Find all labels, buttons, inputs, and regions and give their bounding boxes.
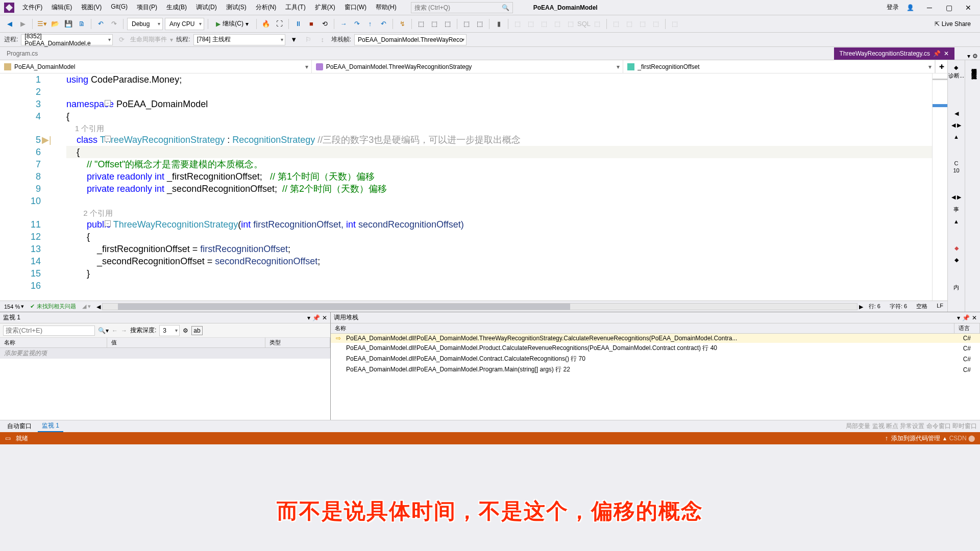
menu-view[interactable]: 视图(V)	[77, 1, 106, 14]
panel-close-icon[interactable]: ✕	[322, 314, 327, 321]
watch-placeholder-row[interactable]: 添加要监视的项	[0, 348, 330, 359]
step-back-icon[interactable]: ↶	[378, 18, 389, 30]
step-into-icon[interactable]: →	[338, 18, 349, 30]
stack-row[interactable]: PoEAA_DomainModel.dll!PoEAA_DomainModel.…	[331, 343, 980, 354]
nav-down-icon[interactable]: ▲	[953, 134, 959, 140]
depth-combo[interactable]: 3	[159, 325, 180, 336]
stack-col-lang[interactable]: 语言	[954, 323, 980, 333]
line-ending[interactable]: LF	[937, 303, 943, 310]
menu-git[interactable]: Git(G)	[107, 1, 132, 14]
menu-debug[interactable]: 调试(D)	[192, 1, 221, 14]
ext9-icon[interactable]: ⬚	[624, 18, 635, 30]
forward-icon[interactable]: ▶	[17, 18, 29, 30]
fold-icon[interactable]: −	[105, 220, 111, 227]
user-icon[interactable]: 👤	[906, 4, 914, 11]
stack-row[interactable]: ⇨ PoEAA_DomainModel.dll!PoEAA_DomainMode…	[331, 334, 980, 343]
undo-icon[interactable]: ↶	[95, 18, 106, 30]
hotreload-icon[interactable]: 🔥	[260, 18, 272, 30]
ext4-icon[interactable]: ⬚	[552, 18, 563, 30]
ext1-icon[interactable]: ⬚	[512, 18, 523, 30]
diagnostics-tab[interactable]: ◆诊断...	[948, 64, 964, 80]
nav-right-icon[interactable]: ◀ ▶	[951, 122, 961, 129]
panel-dropdown-icon[interactable]: ▾	[307, 314, 310, 321]
stop-icon[interactable]: ■	[306, 18, 317, 30]
config-combo[interactable]: Debug	[127, 18, 163, 30]
tab-autos[interactable]: 自动窗口	[3, 421, 36, 432]
h-scrollbar[interactable]: ◀▶	[102, 303, 857, 310]
nav2-icon[interactable]: ◀ ▶	[951, 194, 961, 201]
ext10-icon[interactable]: ⬚	[637, 18, 648, 30]
fold-icon[interactable]: −	[105, 136, 111, 142]
comment-icon[interactable]: ⬚	[429, 18, 440, 30]
step-over-icon[interactable]: ↷	[351, 18, 362, 30]
step-out-icon[interactable]: ↑	[364, 18, 376, 30]
new-icon[interactable]: ☰▾	[36, 18, 47, 30]
toggle2-icon[interactable]: ab	[191, 326, 202, 335]
fold-icon[interactable]: −	[105, 100, 111, 106]
save-icon[interactable]: 💾	[63, 18, 74, 30]
stack-row[interactable]: PoEAA_DomainModel.dll!PoEAA_DomainModel.…	[331, 364, 980, 375]
watch-col-name[interactable]: 名称	[0, 338, 107, 347]
restart-icon[interactable]: ⟲	[319, 18, 330, 30]
panel-dropdown-icon[interactable]: ▾	[957, 314, 960, 321]
nav-scope[interactable]: PoEAA_DomainModel	[0, 60, 312, 73]
lifecycle-icon[interactable]: ⟳	[116, 34, 127, 45]
watch-col-type[interactable]: 类型	[265, 338, 330, 347]
tabs-gear-icon[interactable]: ⚙	[972, 53, 978, 60]
tab-threeway[interactable]: ThreeWayRecognitionStrategy.cs 📌 ✕	[834, 47, 954, 60]
menu-file[interactable]: 文件(F)	[18, 1, 46, 14]
callstack-body[interactable]: ⇨ PoEAA_DomainModel.dll!PoEAA_DomainMode…	[331, 334, 980, 420]
mem-label[interactable]: 内	[953, 284, 959, 291]
nav-left-icon[interactable]: ◀	[954, 110, 959, 117]
screenshot-icon[interactable]: ⛶	[274, 18, 285, 30]
login-button[interactable]: 登录	[887, 3, 899, 12]
toggle-icon[interactable]: ↕	[317, 34, 328, 45]
flag-icon[interactable]: ⚐	[303, 34, 314, 45]
uncomment-icon[interactable]: ⬚	[442, 18, 453, 30]
platform-combo[interactable]: Any CPU	[165, 18, 204, 30]
scrollbar-overview[interactable]	[932, 73, 947, 300]
minimize-button[interactable]: ─	[922, 3, 937, 13]
ext11-icon[interactable]: ⬚	[650, 18, 662, 30]
menu-tools[interactable]: 工具(T)	[281, 1, 309, 14]
run-to-icon[interactable]: ↯	[397, 18, 408, 30]
menu-window[interactable]: 窗口(W)	[340, 1, 371, 14]
ext8-icon[interactable]: ⬚	[610, 18, 622, 30]
stack-row[interactable]: PoEAA_DomainModel.dll!PoEAA_DomainModel.…	[331, 354, 980, 364]
close-button[interactable]: ✕	[961, 3, 976, 13]
indent-mode[interactable]: 空格	[916, 303, 927, 310]
ext5-icon[interactable]: ⬚	[565, 18, 576, 30]
live-share-button[interactable]: ⇱ Live Share	[929, 20, 976, 28]
menu-help[interactable]: 帮助(H)	[372, 1, 401, 14]
zoom-combo[interactable]: 154 % ▾	[4, 303, 24, 310]
search2-icon[interactable]: 🔍▾	[98, 327, 109, 334]
process-combo[interactable]: [8352] PoEAA_DomainModel.e	[21, 34, 113, 45]
filter2-icon[interactable]: ⚙	[183, 327, 188, 334]
menu-edit[interactable]: 编辑(E)	[47, 1, 76, 14]
ext12-icon[interactable]: ⬚	[669, 18, 680, 30]
search-input[interactable]	[414, 4, 509, 11]
stackframe-combo[interactable]: PoEAA_DomainModel.ThreeWayReco	[354, 34, 467, 45]
code-editor[interactable]: 1 2 3 4 5 6 7 8 9 10 11 12 13 14 15 16 −	[0, 73, 947, 300]
nav-class[interactable]: PoEAA_DomainModel.ThreeWayRecognitionStr…	[312, 60, 624, 73]
redo-icon[interactable]: ↷	[108, 18, 119, 30]
ext6-icon[interactable]: SQL	[578, 18, 590, 30]
watch-col-value[interactable]: 值	[107, 338, 265, 347]
filter-icon[interactable]: ▼	[288, 34, 300, 45]
code-content[interactable]: − − − using CodeParadise.Money; namespac…	[51, 73, 932, 300]
nav-back-icon[interactable]: ←	[112, 327, 118, 334]
close-tab-icon[interactable]: ✕	[944, 50, 949, 57]
continue-button[interactable]: ▶ 继续(C) ▾	[212, 18, 253, 30]
menu-test[interactable]: 测试(S)	[222, 1, 251, 14]
outdent-icon[interactable]: ⬚	[474, 18, 485, 30]
maximize-button[interactable]: ▢	[941, 3, 957, 13]
events-label[interactable]: 事	[953, 206, 959, 213]
open-icon[interactable]: 📂	[50, 18, 61, 30]
bookmark-icon[interactable]: ▮	[493, 18, 504, 30]
menu-project[interactable]: 项目(P)	[133, 1, 161, 14]
watch-body[interactable]: 添加要监视的项	[0, 348, 330, 420]
menu-build[interactable]: 生成(B)	[162, 1, 191, 14]
stack-col-name[interactable]: 名称	[331, 323, 954, 333]
panel-pin-icon[interactable]: 📌	[962, 314, 970, 321]
tabs-dropdown-icon[interactable]: ▾	[967, 53, 970, 60]
